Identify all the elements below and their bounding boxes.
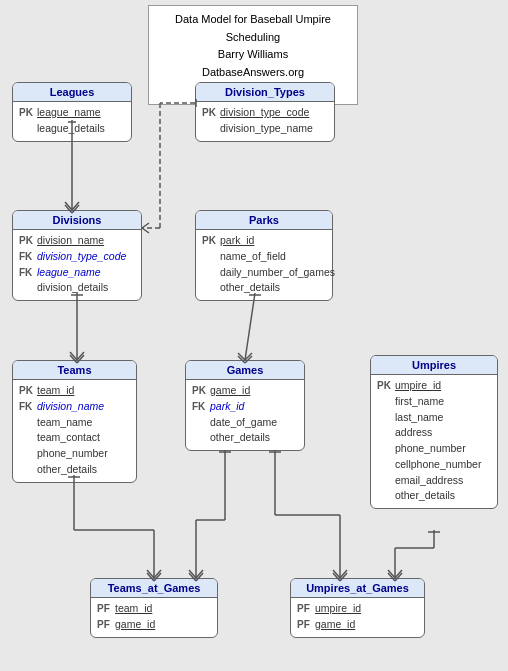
entity-teams-at-games-header: Teams_at_Games [91, 579, 217, 598]
field-row: other_details [19, 462, 130, 478]
field-row: team_name [19, 415, 130, 431]
field-row: PF team_id [97, 601, 211, 617]
field-row: cellphone_number [377, 457, 491, 473]
field-name: email_address [395, 473, 463, 489]
field-key: FK [19, 249, 37, 264]
field-row: other_details [202, 280, 326, 296]
field-key: PF [97, 601, 115, 616]
field-row: name_of_field [202, 249, 326, 265]
field-key: PK [19, 233, 37, 248]
field-row: PK division_type_code [202, 105, 328, 121]
field-row: phone_number [19, 446, 130, 462]
field-name: other_details [395, 488, 455, 504]
entity-teams-at-games-body: PF team_id PF game_id [91, 598, 217, 637]
field-key: PK [202, 105, 220, 120]
svg-line-18 [245, 293, 255, 360]
field-row: PF game_id [297, 617, 418, 633]
svg-line-14 [70, 352, 77, 360]
field-name: game_id [315, 617, 355, 633]
field-row: division_details [19, 280, 135, 296]
field-name: other_details [210, 430, 270, 446]
field-name: first_name [395, 394, 444, 410]
svg-line-36 [189, 570, 196, 578]
svg-line-53 [395, 570, 402, 578]
field-row: division_type_name [202, 121, 328, 137]
field-row: other_details [192, 430, 298, 446]
field-row: FK division_name [19, 399, 130, 415]
field-row: email_address [377, 473, 491, 489]
svg-line-44 [333, 570, 340, 578]
field-row: phone_number [377, 441, 491, 457]
field-row: PK league_name [19, 105, 125, 121]
field-key: PK [19, 105, 37, 120]
entity-parks-body: PK park_id name_of_field daily_number_of… [196, 230, 332, 300]
entity-division-types-header: Division_Types [196, 83, 334, 102]
field-row: FK league_name [19, 265, 135, 281]
entity-divisions: Divisions PK division_name FK division_t… [12, 210, 142, 301]
field-name: date_of_game [210, 415, 277, 431]
field-row: PK game_id [192, 383, 298, 399]
field-row: PK park_id [202, 233, 326, 249]
entity-teams-header: Teams [13, 361, 136, 380]
field-name: division_details [37, 280, 108, 296]
field-row: daily_number_of_games [202, 265, 326, 281]
entity-games-header: Games [186, 361, 304, 380]
field-name: team_name [37, 415, 92, 431]
entity-umpires-at-games-header: Umpires_at_Games [291, 579, 424, 598]
entity-parks: Parks PK park_id name_of_field daily_num… [195, 210, 333, 301]
svg-line-20 [238, 353, 245, 360]
svg-line-10 [142, 223, 149, 228]
field-name: phone_number [395, 441, 466, 457]
field-name: league_details [37, 121, 105, 137]
svg-line-1 [65, 202, 72, 210]
entity-parks-header: Parks [196, 211, 332, 230]
field-key: PF [297, 617, 315, 632]
field-name: division_name [37, 233, 104, 249]
field-row: last_name [377, 410, 491, 426]
title-line1: Data Model for Baseball Umpire Schedulin… [159, 11, 347, 46]
entity-division-types-body: PK division_type_code division_type_name [196, 102, 334, 141]
field-key: FK [192, 399, 210, 414]
entity-division-types: Division_Types PK division_type_code div… [195, 82, 335, 142]
entity-teams-body: PK team_id FK division_name team_name te… [13, 380, 136, 482]
entity-teams-at-games: Teams_at_Games PF team_id PF game_id [90, 578, 218, 638]
entity-games: Games PK game_id FK park_id date_of_game… [185, 360, 305, 451]
field-row: FK division_type_code [19, 249, 135, 265]
title-line2: Barry Williams [159, 46, 347, 64]
field-key: PK [377, 378, 395, 393]
field-row: team_contact [19, 430, 130, 446]
svg-line-11 [142, 228, 149, 233]
field-row: PF game_id [97, 617, 211, 633]
entity-leagues-header: Leagues [13, 83, 131, 102]
svg-line-29 [154, 570, 161, 578]
svg-line-28 [147, 570, 154, 578]
entity-umpires-at-games-body: PF umpire_id PF game_id [291, 598, 424, 637]
field-name: division_type_code [220, 105, 309, 121]
field-name: league_name [37, 265, 101, 281]
field-name: team_id [37, 383, 74, 399]
field-name: umpire_id [315, 601, 361, 617]
field-row: address [377, 425, 491, 441]
field-row: league_details [19, 121, 125, 137]
title-line3: DatbaseAnswers.org [159, 64, 347, 82]
field-key: PF [97, 617, 115, 632]
field-name: league_name [37, 105, 101, 121]
entity-divisions-body: PK division_name FK division_type_code F… [13, 230, 141, 300]
entity-leagues: Leagues PK league_name league_details [12, 82, 132, 142]
entity-umpires: Umpires PK umpire_id first_name last_nam… [370, 355, 498, 509]
svg-line-45 [340, 570, 347, 578]
field-row: other_details [377, 488, 491, 504]
entity-leagues-body: PK league_name league_details [13, 102, 131, 141]
entity-divisions-header: Divisions [13, 211, 141, 230]
entity-games-body: PK game_id FK park_id date_of_game other… [186, 380, 304, 450]
diagram-container: Data Model for Baseball Umpire Schedulin… [0, 0, 508, 671]
field-key: PK [202, 233, 220, 248]
svg-line-2 [72, 202, 79, 210]
entity-teams: Teams PK team_id FK division_name team_n… [12, 360, 137, 483]
svg-line-52 [388, 570, 395, 578]
field-row: PK division_name [19, 233, 135, 249]
entity-umpires-body: PK umpire_id first_name last_name addres… [371, 375, 497, 508]
entity-umpires-header: Umpires [371, 356, 497, 375]
field-name: umpire_id [395, 378, 441, 394]
field-name: last_name [395, 410, 443, 426]
